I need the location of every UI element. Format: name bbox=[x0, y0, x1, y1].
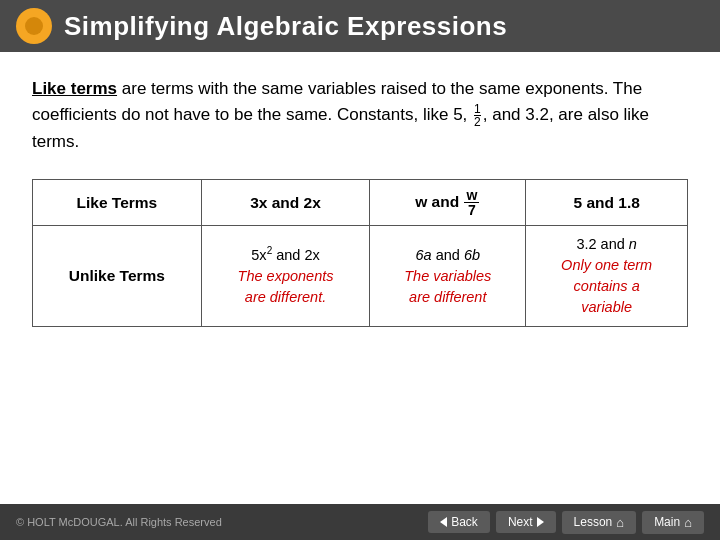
unlike-col4-line2: Only one term bbox=[538, 255, 675, 276]
back-label: Back bbox=[451, 515, 478, 529]
back-button[interactable]: Back bbox=[428, 511, 490, 533]
next-label: Next bbox=[508, 515, 533, 529]
footer-nav-buttons: Back Next Lesson ⌂ Main ⌂ bbox=[428, 511, 704, 534]
next-button[interactable]: Next bbox=[496, 511, 556, 533]
definition-paragraph: Like terms are terms with the same varia… bbox=[32, 76, 688, 155]
main-content: Like terms are terms with the same varia… bbox=[0, 52, 720, 343]
w-over-7-fraction: w 7 bbox=[464, 188, 479, 217]
table-unlike-col3: 6a and 6b The variables are different bbox=[370, 226, 526, 327]
like-terms-label: Like terms bbox=[32, 79, 117, 98]
inner-circle bbox=[25, 17, 43, 35]
page-footer: © HOLT McDOUGAL. All Rights Reserved Bac… bbox=[0, 504, 720, 540]
unlike-col3-line2: The variables bbox=[382, 266, 513, 287]
table-header-col1: Like Terms bbox=[33, 180, 202, 226]
table-header-col3: w and w 7 bbox=[370, 180, 526, 226]
copyright-text: © HOLT McDOUGAL. All Rights Reserved bbox=[16, 516, 222, 528]
orange-circle-icon bbox=[16, 8, 52, 44]
lesson-label: Lesson bbox=[574, 515, 613, 529]
lesson-home-icon: ⌂ bbox=[616, 515, 624, 530]
main-home-icon: ⌂ bbox=[684, 515, 692, 530]
unlike-col4-line1: 3.2 and n bbox=[538, 234, 675, 255]
unlike-col4-line4: variable bbox=[538, 297, 675, 318]
next-arrow-icon bbox=[537, 517, 544, 527]
main-label: Main bbox=[654, 515, 680, 529]
main-button[interactable]: Main ⌂ bbox=[642, 511, 704, 534]
unlike-col2-line2: The exponents bbox=[214, 266, 357, 287]
table-unlike-label: Unlike Terms bbox=[33, 226, 202, 327]
table-unlike-col4: 3.2 and n Only one term contains a varia… bbox=[526, 226, 688, 327]
fraction-one-half: 12 bbox=[474, 103, 481, 128]
like-unlike-terms-table: Like Terms 3x and 2x w and w 7 5 and 1.8… bbox=[32, 179, 688, 327]
table-header-col4: 5 and 1.8 bbox=[526, 180, 688, 226]
table-header-col2: 3x and 2x bbox=[201, 180, 369, 226]
unlike-col3-line1: 6a and 6b bbox=[382, 245, 513, 266]
unlike-col3-line3: are different bbox=[382, 287, 513, 308]
page-title: Simplifying Algebraic Expressions bbox=[64, 11, 507, 42]
unlike-col4-line3: contains a bbox=[538, 276, 675, 297]
lesson-button[interactable]: Lesson ⌂ bbox=[562, 511, 637, 534]
page-header: Simplifying Algebraic Expressions bbox=[0, 0, 720, 52]
unlike-col2-line3: are different. bbox=[214, 287, 357, 308]
table-unlike-col2: 5x2 and 2x The exponents are different. bbox=[201, 226, 369, 327]
back-arrow-icon bbox=[440, 517, 447, 527]
unlike-col2-line1: 5x2 and 2x bbox=[214, 244, 357, 266]
